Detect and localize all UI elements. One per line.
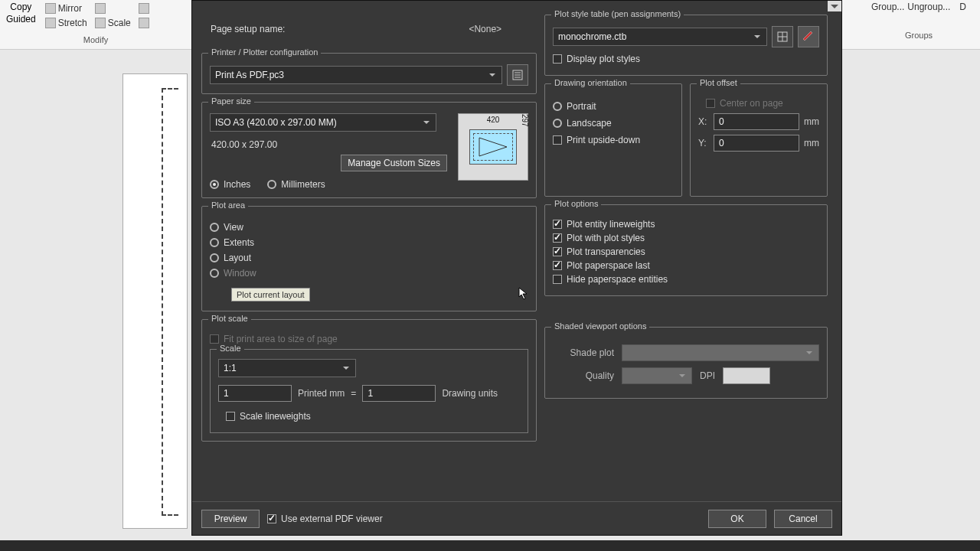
plot-style-select[interactable]: monochrome.ctb bbox=[553, 28, 767, 46]
ribbon-d[interactable]: D bbox=[959, 2, 966, 12]
fit-to-page-check[interactable]: Fit print area to size of page bbox=[210, 334, 528, 344]
plot-lineweights-check[interactable]: Plot entity lineweights bbox=[553, 219, 819, 230]
cancel-button[interactable]: Cancel bbox=[774, 510, 832, 528]
plot-scale-legend: Plot scale bbox=[208, 314, 251, 323]
page-setup-name-value: <None> bbox=[469, 24, 501, 34]
shaded-viewport-fieldset: Shaded viewport options Shade plot Quali… bbox=[544, 327, 828, 399]
shaded-legend: Shaded viewport options bbox=[551, 321, 649, 331]
ribbon-group-modify: Modify bbox=[0, 35, 191, 44]
offset-fieldset: Plot offset Center on page X: mm Y: mm bbox=[690, 83, 828, 197]
mirror-icon bbox=[45, 3, 56, 14]
scale-icon bbox=[95, 18, 106, 28]
plot-area-window-radio[interactable]: Window bbox=[210, 268, 528, 279]
ribbon-guided[interactable]: Guided bbox=[6, 14, 36, 24]
scale-lineweights-check[interactable]: Scale lineweights bbox=[226, 411, 520, 422]
status-bar bbox=[0, 540, 980, 551]
shade-plot-label: Shade plot bbox=[553, 347, 614, 358]
plot-style-legend: Plot style table (pen assignments) bbox=[551, 9, 684, 18]
scale-printed-label: Printed mm bbox=[298, 388, 345, 399]
ribbon-scale-top[interactable] bbox=[92, 2, 134, 15]
printer-legend: Printer / Plotter configuration bbox=[208, 47, 321, 57]
printer-config-button[interactable] bbox=[507, 64, 528, 86]
ribbon-ungroup[interactable]: Ungroup... bbox=[907, 2, 950, 12]
page-setup-name-label: Page setup name: bbox=[211, 24, 285, 34]
scale-drawing-label: Drawing units bbox=[442, 388, 498, 399]
quality-label: Quality bbox=[553, 370, 614, 381]
drawing-canvas bbox=[122, 73, 188, 529]
paper-preview-height: 297 bbox=[521, 114, 529, 180]
plot-area-view-radio[interactable]: View bbox=[210, 222, 528, 233]
scale-select[interactable]: 1:1 bbox=[218, 359, 356, 377]
plot-area-layout-radio[interactable]: Layout bbox=[210, 253, 528, 263]
ribbon-group[interactable]: Group... bbox=[871, 2, 904, 12]
paper-preview: 420 297 bbox=[458, 113, 528, 181]
scale-drawing-input[interactable] bbox=[362, 385, 436, 402]
scale-eq: = bbox=[351, 388, 356, 399]
paper-size-fieldset: Paper size ISO A3 (420.00 x 297.00 MM) 4… bbox=[201, 102, 537, 198]
plot-paperspace-check[interactable]: Plot paperspace last bbox=[553, 260, 819, 271]
plot-scale-fieldset: Plot scale Fit print area to size of pag… bbox=[201, 319, 537, 442]
offset-x-label: X: bbox=[698, 116, 709, 127]
quality-select bbox=[622, 367, 692, 384]
plot-area-tooltip: Plot current layout bbox=[231, 288, 310, 302]
plot-area-fieldset: Plot area View Extents Layout Window Plo… bbox=[201, 206, 537, 311]
offset-x-unit: mm bbox=[804, 116, 819, 127]
plot-options-fieldset: Plot options Plot entity lineweights Plo… bbox=[544, 204, 828, 296]
plot-styles-check[interactable]: Plot with plot styles bbox=[553, 233, 819, 243]
inches-radio[interactable]: Inches bbox=[210, 179, 250, 190]
dialog-footer: Preview Use external PDF viewer OK Cance… bbox=[192, 501, 841, 535]
dpi-input bbox=[723, 367, 770, 384]
grid-icon bbox=[95, 3, 106, 14]
center-on-page-check[interactable]: Center on page bbox=[706, 98, 819, 109]
plot-options-legend: Plot options bbox=[551, 199, 601, 208]
svg-marker-4 bbox=[479, 138, 507, 156]
paper-size-select[interactable]: ISO A3 (420.00 x 297.00 MM) bbox=[210, 113, 436, 132]
paper-preview-triangle-icon bbox=[478, 136, 508, 158]
offset-y-unit: mm bbox=[804, 138, 819, 148]
portrait-radio[interactable]: Portrait bbox=[553, 101, 674, 112]
offset-legend: Plot offset bbox=[697, 78, 740, 87]
table-icon bbox=[776, 31, 789, 43]
printer-fieldset: Printer / Plotter configuration Print As… bbox=[201, 53, 537, 94]
upside-down-check[interactable]: Print upside-down bbox=[553, 135, 674, 145]
ribbon-scale[interactable]: Scale bbox=[92, 17, 134, 29]
ribbon-mirror[interactable]: Mirror bbox=[42, 2, 90, 15]
ribbon-copy[interactable]: Copy bbox=[10, 2, 31, 12]
plot-area-extents-radio[interactable]: Extents bbox=[210, 237, 528, 248]
shade-plot-select bbox=[622, 344, 819, 361]
scale-printed-input[interactable] bbox=[218, 385, 292, 402]
ribbon-stretch[interactable]: Stretch bbox=[42, 17, 90, 29]
offset-x-input[interactable] bbox=[714, 113, 799, 130]
preview-button[interactable]: Preview bbox=[201, 510, 260, 528]
ribbon-group-groups: Groups bbox=[858, 31, 980, 40]
tool-icon bbox=[139, 3, 149, 14]
dpi-label: DPI bbox=[700, 370, 715, 381]
offset-y-label: Y: bbox=[698, 138, 709, 148]
scale-inner-legend: Scale bbox=[217, 344, 244, 353]
pen-icon bbox=[802, 31, 815, 43]
offset-y-input[interactable] bbox=[714, 135, 799, 152]
hide-paperspace-check[interactable]: Hide paperspace entities bbox=[553, 274, 819, 285]
millimeters-radio[interactable]: Millimeters bbox=[267, 179, 325, 190]
printer-select[interactable]: Print As PDF.pc3 bbox=[210, 66, 502, 84]
tool2-icon bbox=[139, 18, 149, 28]
plot-transparencies-check[interactable]: Plot transparencies bbox=[553, 246, 819, 257]
paper-preview-width: 420 bbox=[459, 116, 528, 124]
list-icon bbox=[511, 69, 524, 81]
manage-custom-sizes-button[interactable]: Manage Custom Sizes bbox=[341, 155, 447, 171]
plot-area-legend: Plot area bbox=[208, 201, 248, 210]
orientation-legend: Drawing orientation bbox=[551, 78, 630, 87]
external-pdf-check[interactable]: Use external PDF viewer bbox=[267, 514, 383, 524]
landscape-radio[interactable]: Landscape bbox=[553, 118, 674, 129]
display-plot-styles-check[interactable]: Display plot styles bbox=[553, 54, 819, 64]
page-setup-dialog: Page setup name: <None> Printer / Plotte… bbox=[191, 0, 842, 536]
paper-dims: 420.00 x 297.00 bbox=[211, 139, 447, 150]
orientation-fieldset: Drawing orientation Portrait Landscape P… bbox=[544, 83, 682, 197]
plot-style-new-button[interactable] bbox=[798, 26, 819, 47]
plot-style-edit-button[interactable] bbox=[772, 26, 793, 47]
stretch-icon bbox=[45, 18, 56, 28]
paper-legend: Paper size bbox=[208, 96, 254, 106]
ok-button[interactable]: OK bbox=[708, 510, 766, 528]
plot-style-fieldset: Plot style table (pen assignments) monoc… bbox=[544, 15, 828, 76]
